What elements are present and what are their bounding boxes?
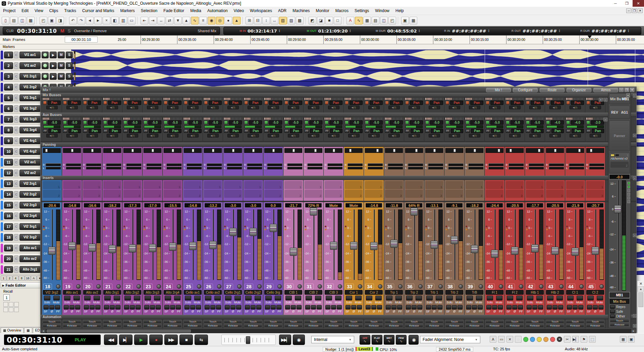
automation-off-button[interactable]: OFF∿ [360,335,370,345]
insert-slot[interactable]: 1 [405,181,423,189]
aux-pf-button[interactable]: PF [224,129,228,133]
sf-button[interactable] [104,305,109,309]
pan-slider[interactable] [123,148,141,153]
track-record-button[interactable] [42,52,49,58]
pf-button[interactable] [498,305,503,309]
library-view-icon[interactable]: ▤ [372,17,379,24]
add-bus-button[interactable]: + [599,98,603,102]
insert-slot[interactable]: 1 [506,181,524,189]
mute-speaker-icon[interactable]: ◀(0) [167,106,178,109]
menu-fade-editor[interactable]: Fade Editor [160,7,187,14]
aux-assign-button[interactable] [546,121,550,124]
check-dither[interactable]: Dither [610,314,631,318]
automation-touch-button[interactable]: Touch [123,320,142,324]
marker-add-icon[interactable]: ▲ [233,17,240,24]
bus-assign-button[interactable] [526,101,530,105]
fader-value[interactable]: -11.8 [385,203,402,208]
phase-button[interactable] [251,305,256,309]
track-name[interactable]: VI2 3rg2 [19,234,41,241]
channel-name[interactable]: Alto av2 [83,290,101,295]
channel-knob[interactable] [137,284,141,289]
mdi-minimize-button[interactable]: ─ [626,8,631,13]
bus-assign-button[interactable] [264,101,268,105]
aux-pan-display[interactable]: Pan [592,129,604,133]
master-insert-slot[interactable]: 1 Alchemist v3 2 [609,153,630,173]
lfe-bar[interactable]: L [425,167,443,169]
aux-assign-button[interactable] [405,121,409,124]
aux-pan-display[interactable]: Pan [491,129,503,133]
track-number[interactable]: 19 [4,245,13,251]
mute-button[interactable] [194,296,201,300]
menu-clips[interactable]: Clips [46,7,61,14]
pan-display[interactable]: Pan [229,101,242,105]
aux-assign-button[interactable] [425,121,429,124]
aux-pf-button[interactable]: PF [586,129,591,133]
track-name[interactable]: VI2 2rg2 [19,191,41,198]
copy-icon[interactable]: ◧ [111,17,119,24]
master-bus-name[interactable]: MB1+ [609,292,630,298]
mute-button[interactable] [335,296,341,300]
channel-name[interactable]: CtB 3 [325,290,342,295]
aux-pan-display[interactable]: Pan [431,129,443,133]
timeline-ruler[interactable]: Main :Frames 00:30:31:10 25:0000:29:30:0… [0,36,644,44]
timefield-r-dur[interactable]: R DUR ##:##:##:## ▲▼ [572,28,638,34]
phase-button[interactable] [331,305,336,309]
menu-macros[interactable]: Macros [332,7,352,14]
phase-button[interactable] [291,305,296,309]
aux-send-bar[interactable] [184,125,201,128]
pf-button[interactable] [236,305,241,309]
zoom-vertical-icon[interactable]: ↕ [262,17,270,24]
automation-touch-button[interactable]: Touch [566,320,584,324]
phase-button[interactable] [69,305,74,309]
pan-display[interactable]: Pan [128,101,141,105]
pan-slider[interactable] [586,148,604,153]
track-number[interactable]: 13 [4,180,13,187]
channel-name[interactable]: Alto 2rg1 [103,290,121,295]
solo-button[interactable] [547,296,553,300]
pan-handle[interactable] [314,149,317,152]
film-window-icon[interactable]: ▦ [410,17,417,24]
pan-display[interactable]: Pan [88,101,101,105]
aux-pf-button[interactable]: PF [164,129,168,133]
channel-knob[interactable] [499,284,503,289]
track-name[interactable]: VI1 3rg3 [19,116,41,123]
insert-slot[interactable]: 1 [385,181,403,189]
pan-display[interactable]: Pan [249,101,262,105]
cut-marker-icon[interactable]: ✕ [506,336,513,343]
mute-speaker-icon[interactable]: ◀(0) [469,134,480,137]
channel-knob[interactable] [157,284,161,289]
mixer-mix-button[interactable]: Mix ! [486,88,511,92]
sf-button[interactable] [466,305,471,309]
phase-button[interactable] [452,305,457,309]
document-view-icon[interactable]: ◨ [56,17,64,24]
automation-touch-button[interactable]: Touch [63,320,81,324]
sf-button[interactable] [144,305,149,309]
automation-release-button[interactable]: Release [546,324,564,328]
insert-slot[interactable]: 1 [586,181,604,189]
menu-markers[interactable]: Markers [117,7,138,14]
pan-slider[interactable] [405,148,423,153]
lfe-bar[interactable]: L [566,167,584,169]
fader-value[interactable]: -15.5 [164,203,181,208]
check-repro[interactable]: Repro [610,305,631,309]
zoom-preset-4[interactable]: 4 [13,276,18,281]
track-c-button[interactable]: C [14,223,18,230]
aux-pan-display[interactable]: Pan [370,129,383,133]
mute-button[interactable] [315,296,321,300]
zoom-preset-8[interactable]: 8 [19,276,24,281]
undo-icon[interactable]: ↶ [69,17,77,24]
bus-assign-button[interactable] [506,101,509,105]
sf-button[interactable] [205,305,210,309]
aux-pf-button[interactable]: PF [284,129,289,133]
lfe-bar[interactable]: L [224,167,242,169]
pan-slider[interactable] [385,148,403,153]
phase-button[interactable] [573,305,578,309]
insert-slot[interactable]: 2 [264,190,282,198]
mute-button[interactable] [355,296,362,300]
track-name[interactable]: VI1 3rg1 [19,95,41,101]
track-number[interactable]: 15 [4,202,13,209]
menu-help[interactable]: Help [392,7,407,14]
insert-enable-icon[interactable] [610,154,614,157]
fader-cap[interactable] [169,243,176,251]
fader-cap[interactable] [471,245,478,253]
